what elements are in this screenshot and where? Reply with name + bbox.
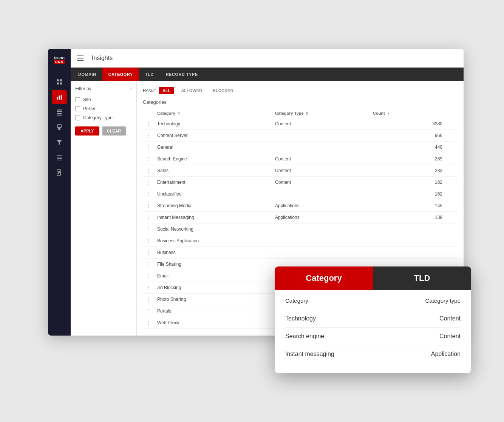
logo-scout: Scout: [54, 56, 65, 60]
nav-item-list[interactable]: [52, 151, 67, 164]
row-menu-dots[interactable]: ⋮: [146, 132, 151, 139]
svg-marker-13: [57, 140, 62, 145]
logo-area: Scout DNS: [48, 49, 71, 71]
table-row: ⋮ Entertainment Content 182: [143, 177, 458, 188]
row-dots-cell: ⋮: [143, 294, 154, 305]
page-title: Insights: [92, 55, 113, 62]
table-row: ⋮ Social Networking: [143, 223, 458, 235]
row-menu-dots[interactable]: ⋮: [146, 308, 151, 314]
tab-domain[interactable]: DOMAIN: [72, 68, 102, 81]
svg-rect-8: [57, 111, 62, 112]
nav-item-device[interactable]: [52, 120, 67, 134]
overlay-col-header-type: Category type: [425, 297, 461, 304]
overlay-cell-col2: Application: [431, 351, 461, 357]
row-count: 233: [370, 165, 458, 177]
row-category: Instant Messaging: [154, 212, 272, 223]
nav-item-dashboard[interactable]: [52, 75, 67, 89]
row-category: Unclassified: [154, 188, 272, 200]
row-count: 3380: [370, 118, 458, 130]
table-header-row: Category ⇅ Category Type ⇅ Count ▼: [143, 109, 458, 118]
overlay-row: Search engine Content: [285, 328, 461, 345]
row-category: Streaming Media: [154, 200, 272, 212]
row-menu-dots[interactable]: ⋮: [146, 214, 151, 220]
policy-label: Policy: [83, 106, 95, 111]
nav-item-doc[interactable]: [52, 166, 67, 179]
row-menu-dots[interactable]: ⋮: [146, 156, 151, 162]
menu-line-1: [77, 55, 83, 56]
site-checkbox[interactable]: [75, 97, 80, 102]
row-dots-cell: ⋮: [143, 165, 154, 177]
row-count: 440: [370, 142, 458, 153]
policy-checkbox[interactable]: [75, 106, 80, 111]
overlay-cell-col1: Instant messaging: [285, 351, 334, 357]
overlay-body: Category Category type Technology Conten…: [275, 290, 471, 373]
row-menu-dots[interactable]: ⋮: [146, 273, 151, 279]
row-menu-dots[interactable]: ⋮: [146, 203, 151, 209]
filter-header: Filter by ‹: [75, 86, 132, 92]
svg-rect-14: [57, 156, 62, 156]
clear-button[interactable]: CLEAR: [102, 126, 126, 136]
row-dots-cell: ⋮: [143, 223, 154, 235]
overlay-col-headers: Category Category type: [285, 297, 461, 304]
overlay-row: Instant messaging Application: [285, 345, 461, 363]
svg-rect-4: [57, 97, 58, 100]
row-menu-dots[interactable]: ⋮: [146, 285, 151, 291]
table-row: ⋮ Streaming Media Applications 145: [143, 200, 458, 212]
row-menu-dots[interactable]: ⋮: [146, 250, 151, 256]
row-count: 162: [370, 188, 458, 200]
svg-rect-10: [57, 115, 62, 116]
filter-collapse-button[interactable]: ‹: [130, 86, 132, 92]
row-category-type: Applications: [272, 200, 370, 212]
tab-tld[interactable]: TLD: [139, 68, 160, 81]
row-category-type: [272, 247, 370, 259]
row-dots-cell: ⋮: [143, 142, 154, 153]
tab-record-type[interactable]: RECORD TYPE: [160, 68, 204, 81]
svg-rect-1: [60, 79, 62, 81]
apply-button[interactable]: APPLY: [75, 126, 99, 136]
overlay-cell-col1: Technology: [285, 315, 316, 322]
overlay-card: Category TLD Category Category type Tech…: [275, 266, 471, 373]
result-blocked-button[interactable]: BLOCKED: [209, 87, 237, 94]
row-dots-cell: ⋮: [143, 130, 154, 142]
row-menu-dots[interactable]: ⋮: [146, 121, 151, 127]
row-category-type: Applications: [272, 212, 370, 223]
th-count[interactable]: Count ▼: [370, 109, 458, 118]
row-category: Entertainment: [154, 177, 272, 188]
nav-item-insights[interactable]: [52, 90, 67, 104]
row-menu-dots[interactable]: ⋮: [146, 144, 151, 150]
tab-category[interactable]: CATEGORY: [102, 68, 139, 81]
row-category: File Sharing: [154, 259, 272, 270]
row-count: 145: [370, 200, 458, 212]
nav-item-table[interactable]: [52, 105, 67, 119]
overlay-tab-tld[interactable]: TLD: [373, 266, 471, 290]
row-menu-dots[interactable]: ⋮: [146, 226, 151, 232]
row-menu-dots[interactable]: ⋮: [146, 168, 151, 174]
nav-item-filter[interactable]: [52, 136, 67, 149]
overlay-cell-col2: Content: [439, 333, 461, 340]
menu-button[interactable]: [77, 53, 87, 63]
row-category-type: [272, 130, 370, 142]
row-menu-dots[interactable]: ⋮: [146, 179, 151, 185]
row-menu-dots[interactable]: ⋮: [146, 191, 151, 197]
row-count: 966: [370, 130, 458, 142]
row-dots-cell: ⋮: [143, 188, 154, 200]
category-type-checkbox[interactable]: [75, 116, 80, 120]
th-category-type[interactable]: Category Type ⇅: [272, 109, 370, 118]
row-menu-dots[interactable]: ⋮: [146, 296, 151, 302]
top-header: Insights: [71, 49, 464, 68]
overlay-tab-category[interactable]: Category: [275, 266, 373, 290]
row-count: [370, 223, 458, 235]
table-row: ⋮ Search Engine Content 269: [143, 153, 458, 165]
row-menu-dots[interactable]: ⋮: [146, 320, 151, 326]
row-menu-dots[interactable]: ⋮: [146, 261, 151, 267]
row-dots-cell: ⋮: [143, 200, 154, 212]
row-menu-dots[interactable]: ⋮: [146, 238, 151, 244]
overlay-tabs: Category TLD: [275, 266, 471, 290]
row-category-type: Content: [272, 165, 370, 177]
table-row: ⋮ General 440: [143, 142, 458, 153]
th-category[interactable]: Category ⇅: [154, 109, 272, 118]
result-allowed-button[interactable]: ALLOWED: [177, 87, 206, 94]
overlay-rows: Technology Content Search engine Content…: [285, 310, 461, 363]
result-all-button[interactable]: ALL: [159, 87, 174, 94]
row-dots-cell: ⋮: [143, 270, 154, 282]
